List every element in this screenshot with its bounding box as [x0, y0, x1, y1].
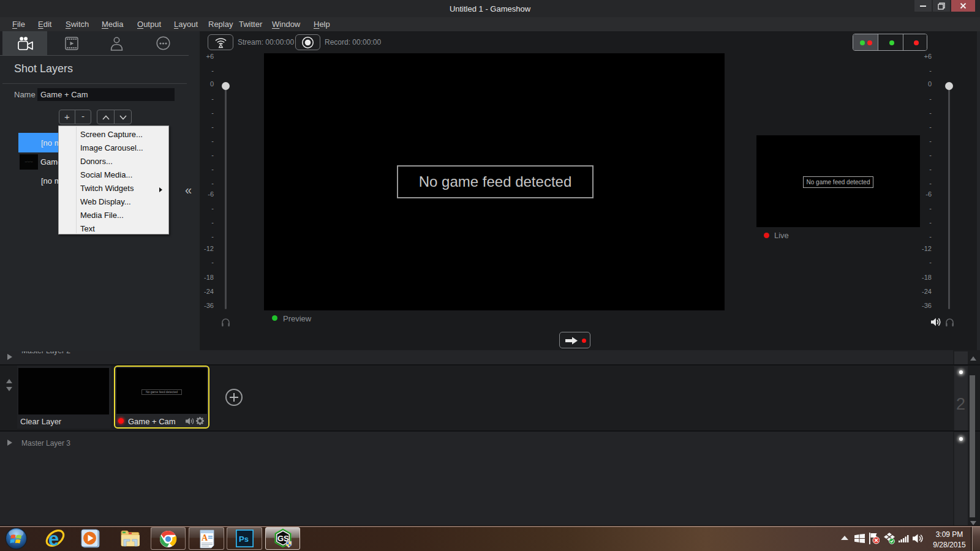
svg-text:A: A: [202, 533, 208, 542]
svg-text:Ps: Ps: [239, 534, 249, 544]
svg-text:e: e: [48, 528, 59, 550]
